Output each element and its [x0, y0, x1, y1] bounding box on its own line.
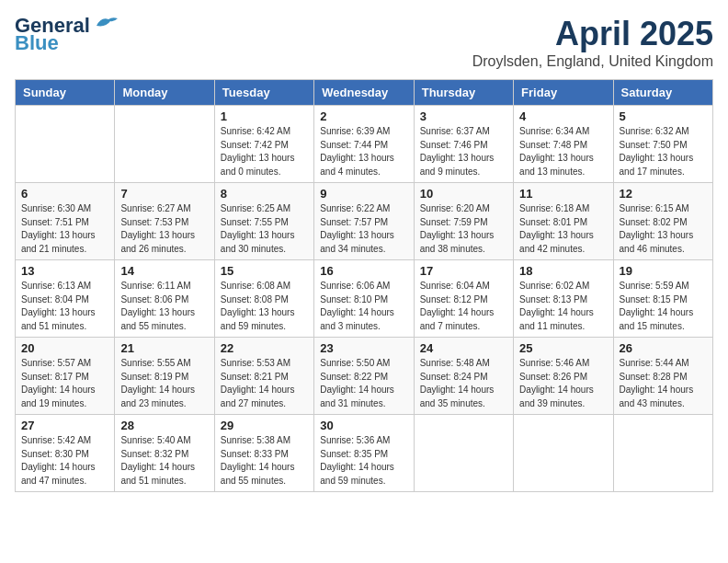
day-info: Sunrise: 6:04 AM Sunset: 8:12 PM Dayligh… — [420, 280, 507, 333]
day-info: Sunrise: 6:13 AM Sunset: 8:04 PM Dayligh… — [21, 280, 108, 333]
calendar-week-row: 13Sunrise: 6:13 AM Sunset: 8:04 PM Dayli… — [16, 260, 713, 338]
day-number: 2 — [320, 109, 407, 123]
day-number: 25 — [519, 341, 607, 355]
day-info: Sunrise: 5:36 AM Sunset: 8:35 PM Dayligh… — [320, 434, 407, 488]
calendar-subtitle: Droylsden, England, United Kingdom — [472, 53, 713, 70]
calendar-cell: 6Sunrise: 6:30 AM Sunset: 7:51 PM Daylig… — [16, 183, 115, 260]
day-info: Sunrise: 6:42 AM Sunset: 7:42 PM Dayligh… — [221, 125, 308, 178]
calendar-cell: 19Sunrise: 5:59 AM Sunset: 8:15 PM Dayli… — [613, 260, 712, 338]
weekday-header-sunday: Sunday — [16, 80, 115, 106]
day-number: 29 — [221, 419, 308, 432]
day-number: 26 — [620, 341, 707, 355]
day-number: 7 — [120, 187, 208, 201]
day-info: Sunrise: 6:15 AM Sunset: 8:02 PM Dayligh… — [620, 202, 707, 256]
calendar-week-row: 27Sunrise: 5:42 AM Sunset: 8:30 PM Dayli… — [16, 415, 713, 492]
calendar-cell: 11Sunrise: 6:18 AM Sunset: 8:01 PM Dayli… — [514, 183, 613, 260]
day-number: 3 — [420, 109, 507, 123]
calendar-title: April 2025 — [472, 15, 713, 53]
calendar-cell: 1Sunrise: 6:42 AM Sunset: 7:42 PM Daylig… — [214, 106, 313, 183]
page-header: General Blue April 2025 Droylsden, Engla… — [15, 15, 713, 70]
day-info: Sunrise: 6:37 AM Sunset: 7:46 PM Dayligh… — [420, 125, 507, 178]
day-number: 9 — [320, 187, 407, 201]
weekday-header-friday: Friday — [514, 80, 613, 106]
day-number: 6 — [21, 187, 108, 201]
day-number: 8 — [221, 187, 308, 201]
day-number: 18 — [519, 264, 607, 278]
calendar-cell — [16, 106, 115, 183]
day-number: 22 — [221, 341, 308, 355]
day-info: Sunrise: 6:18 AM Sunset: 8:01 PM Dayligh… — [519, 202, 607, 256]
calendar-cell: 26Sunrise: 5:44 AM Sunset: 8:28 PM Dayli… — [613, 338, 712, 415]
calendar-cell: 13Sunrise: 6:13 AM Sunset: 8:04 PM Dayli… — [16, 260, 115, 338]
day-info: Sunrise: 5:46 AM Sunset: 8:26 PM Dayligh… — [519, 357, 607, 410]
day-info: Sunrise: 5:38 AM Sunset: 8:33 PM Dayligh… — [221, 434, 308, 488]
calendar-cell: 3Sunrise: 6:37 AM Sunset: 7:46 PM Daylig… — [414, 106, 513, 183]
day-number: 16 — [320, 264, 407, 278]
day-number: 12 — [620, 187, 707, 201]
day-number: 13 — [21, 264, 108, 278]
calendar-cell: 23Sunrise: 5:50 AM Sunset: 8:22 PM Dayli… — [314, 338, 414, 415]
calendar-cell: 16Sunrise: 6:06 AM Sunset: 8:10 PM Dayli… — [314, 260, 414, 338]
day-info: Sunrise: 6:39 AM Sunset: 7:44 PM Dayligh… — [320, 125, 407, 178]
day-number: 24 — [420, 341, 507, 355]
calendar-cell — [115, 106, 214, 183]
day-number: 27 — [21, 419, 108, 432]
day-info: Sunrise: 6:34 AM Sunset: 7:48 PM Dayligh… — [519, 125, 607, 178]
calendar-week-row: 20Sunrise: 5:57 AM Sunset: 8:17 PM Dayli… — [16, 338, 713, 415]
calendar-cell — [514, 415, 613, 492]
day-number: 20 — [21, 341, 108, 355]
weekday-header-monday: Monday — [115, 80, 214, 106]
day-info: Sunrise: 6:08 AM Sunset: 8:08 PM Dayligh… — [221, 280, 308, 333]
logo-bird-icon — [92, 15, 119, 33]
day-info: Sunrise: 5:48 AM Sunset: 8:24 PM Dayligh… — [420, 357, 507, 410]
calendar-cell: 28Sunrise: 5:40 AM Sunset: 8:32 PM Dayli… — [115, 415, 214, 492]
day-info: Sunrise: 5:44 AM Sunset: 8:28 PM Dayligh… — [620, 357, 707, 410]
calendar-header-row: SundayMondayTuesdayWednesdayThursdayFrid… — [16, 80, 713, 106]
weekday-header-thursday: Thursday — [414, 80, 513, 106]
weekday-header-tuesday: Tuesday — [214, 80, 313, 106]
calendar-cell: 27Sunrise: 5:42 AM Sunset: 8:30 PM Dayli… — [16, 415, 115, 492]
calendar-week-row: 1Sunrise: 6:42 AM Sunset: 7:42 PM Daylig… — [16, 106, 713, 183]
day-info: Sunrise: 6:32 AM Sunset: 7:50 PM Dayligh… — [620, 125, 707, 178]
day-info: Sunrise: 6:30 AM Sunset: 7:51 PM Dayligh… — [21, 202, 108, 256]
day-number: 1 — [221, 109, 308, 123]
day-info: Sunrise: 5:59 AM Sunset: 8:15 PM Dayligh… — [620, 280, 707, 333]
logo: General Blue — [15, 15, 119, 53]
calendar-cell: 5Sunrise: 6:32 AM Sunset: 7:50 PM Daylig… — [613, 106, 712, 183]
calendar-cell: 22Sunrise: 5:53 AM Sunset: 8:21 PM Dayli… — [214, 338, 313, 415]
day-info: Sunrise: 6:25 AM Sunset: 7:55 PM Dayligh… — [221, 202, 308, 256]
day-number: 17 — [420, 264, 507, 278]
day-info: Sunrise: 5:42 AM Sunset: 8:30 PM Dayligh… — [21, 434, 108, 488]
weekday-header-saturday: Saturday — [613, 80, 712, 106]
day-info: Sunrise: 6:20 AM Sunset: 7:59 PM Dayligh… — [420, 202, 507, 256]
day-info: Sunrise: 6:11 AM Sunset: 8:06 PM Dayligh… — [120, 280, 208, 333]
calendar-cell: 29Sunrise: 5:38 AM Sunset: 8:33 PM Dayli… — [214, 415, 313, 492]
calendar-cell: 8Sunrise: 6:25 AM Sunset: 7:55 PM Daylig… — [214, 183, 313, 260]
calendar-cell: 25Sunrise: 5:46 AM Sunset: 8:26 PM Dayli… — [514, 338, 613, 415]
calendar-cell: 14Sunrise: 6:11 AM Sunset: 8:06 PM Dayli… — [115, 260, 214, 338]
day-number: 28 — [120, 419, 208, 432]
day-number: 11 — [519, 187, 607, 201]
calendar-cell: 20Sunrise: 5:57 AM Sunset: 8:17 PM Dayli… — [16, 338, 115, 415]
calendar-cell: 7Sunrise: 6:27 AM Sunset: 7:53 PM Daylig… — [115, 183, 214, 260]
day-number: 5 — [620, 109, 707, 123]
calendar-week-row: 6Sunrise: 6:30 AM Sunset: 7:51 PM Daylig… — [16, 183, 713, 260]
day-number: 30 — [320, 419, 407, 432]
title-block: April 2025 Droylsden, England, United Ki… — [472, 15, 713, 70]
calendar-cell: 24Sunrise: 5:48 AM Sunset: 8:24 PM Dayli… — [414, 338, 513, 415]
day-number: 10 — [420, 187, 507, 201]
calendar-cell: 4Sunrise: 6:34 AM Sunset: 7:48 PM Daylig… — [514, 106, 613, 183]
calendar-cell: 30Sunrise: 5:36 AM Sunset: 8:35 PM Dayli… — [314, 415, 414, 492]
calendar-cell: 21Sunrise: 5:55 AM Sunset: 8:19 PM Dayli… — [115, 338, 214, 415]
logo-blue: Blue — [15, 33, 59, 53]
day-number: 23 — [320, 341, 407, 355]
day-info: Sunrise: 5:50 AM Sunset: 8:22 PM Dayligh… — [320, 357, 407, 410]
day-info: Sunrise: 6:27 AM Sunset: 7:53 PM Dayligh… — [120, 202, 208, 256]
calendar-cell: 9Sunrise: 6:22 AM Sunset: 7:57 PM Daylig… — [314, 183, 414, 260]
calendar-cell: 10Sunrise: 6:20 AM Sunset: 7:59 PM Dayli… — [414, 183, 513, 260]
day-number: 19 — [620, 264, 707, 278]
calendar-cell — [414, 415, 513, 492]
day-info: Sunrise: 6:06 AM Sunset: 8:10 PM Dayligh… — [320, 280, 407, 333]
day-info: Sunrise: 6:22 AM Sunset: 7:57 PM Dayligh… — [320, 202, 407, 256]
day-info: Sunrise: 5:53 AM Sunset: 8:21 PM Dayligh… — [221, 357, 308, 410]
